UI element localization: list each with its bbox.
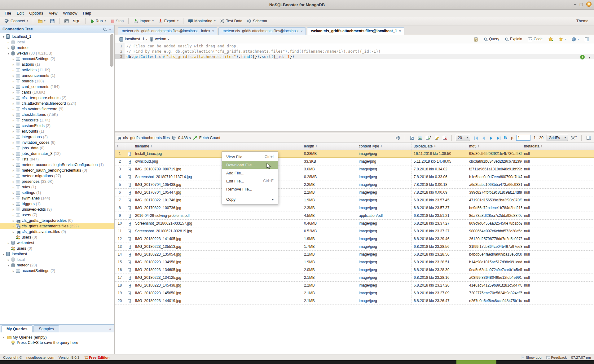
table-row[interactable]: 11 Screenshot_20180621-032819.jpg 0.52MB… <box>115 227 594 235</box>
first-page-button[interactable] <box>474 136 478 140</box>
tree-item[interactable]: ▹ rules (1) <box>0 184 114 190</box>
tree-item[interactable]: ▹ announcements (1) <box>0 73 114 78</box>
schema-button[interactable]: Schema <box>245 18 269 24</box>
preview-doc-icon[interactable] <box>125 235 133 243</box>
query-button[interactable]: Query <box>482 36 501 42</box>
show-log-button[interactable]: Show Log <box>520 355 541 359</box>
preview-doc-icon[interactable] <box>125 289 133 297</box>
preview-doc-icon[interactable] <box>125 165 133 173</box>
expander-icon[interactable]: ▹ <box>11 107 15 111</box>
tree-item[interactable]: ▾ wekan (33 | 0.21GB) <box>0 50 114 56</box>
table-row[interactable]: 4 Screenshot_20180710-113714.jpg 0.28MB … <box>115 173 594 181</box>
expander-icon[interactable]: ▹ <box>11 197 15 200</box>
explain-button[interactable]: Explain <box>503 36 524 42</box>
expander-icon[interactable]: ▹ <box>11 191 15 195</box>
expander-icon[interactable]: ▹ <box>11 180 15 183</box>
context-menu-item[interactable]: View File... Ctrl+I <box>222 153 278 161</box>
tree-item[interactable]: ▹ users (7) <box>0 212 114 218</box>
paste-button[interactable] <box>472 36 480 42</box>
column-header-metadata[interactable]: metadata▲▼ <box>522 143 576 150</box>
image-view-button[interactable] <box>417 135 423 141</box>
table-row[interactable]: 1 Install_Linux.jpg 0.38MB image/jpeg 16… <box>115 150 594 158</box>
tree-item[interactable]: ▹ activities (11.1K) <box>0 67 114 73</box>
globe-button[interactable]: ▾ <box>570 36 581 42</box>
close-tab-icon[interactable]: x <box>399 29 401 33</box>
test-data-button[interactable]: Test Data <box>218 18 244 24</box>
expander-icon[interactable]: ▹ <box>11 174 15 178</box>
menu-item[interactable]: View <box>46 10 60 16</box>
expander-icon[interactable]: ▹ <box>11 269 15 273</box>
close-button[interactable]: ✕ <box>586 2 592 7</box>
connection-selector[interactable]: localhost_1 ▾ <box>119 37 147 42</box>
tree-item[interactable]: ▹ jobs_data (0) <box>0 145 114 151</box>
code-button[interactable]: Code <box>526 36 544 42</box>
refresh-icon[interactable]: ↻ <box>504 135 508 141</box>
search-icon[interactable] <box>103 27 107 31</box>
monitoring-button[interactable]: Monitoring ▾ <box>186 18 217 24</box>
tree-item[interactable]: ▹ triggers (1) <box>0 201 114 207</box>
tree-item[interactable]: ▹ settings (1) <box>0 190 114 195</box>
tree-item[interactable]: ▹ wekantest <box>0 240 114 246</box>
close-tab-icon[interactable]: x <box>212 29 214 33</box>
prev-page-button[interactable] <box>481 136 486 140</box>
next-page-button[interactable] <box>489 136 493 140</box>
preview-doc-icon[interactable] <box>125 258 133 266</box>
table-row[interactable]: 2 owncloud.png 33.3KB image/png 5.11.201… <box>115 158 594 165</box>
table-row[interactable]: 17 IMG_20180223_134125.jpg 2.1MB image/j… <box>115 274 594 282</box>
menu-item[interactable]: File <box>2 10 14 16</box>
tree-item[interactable]: ▹ meteor-migrations (27) <box>0 173 114 179</box>
save-button[interactable] <box>48 18 56 24</box>
database-selector[interactable]: wekan ▾ <box>149 37 169 42</box>
preview-doc-icon[interactable] <box>125 181 133 188</box>
toggle-panel-button[interactable] <box>583 36 591 42</box>
expander-icon[interactable]: ▹ <box>11 102 15 105</box>
expander-icon[interactable]: ▾ <box>7 264 11 267</box>
preview-doc-icon[interactable] <box>125 150 133 157</box>
preview-doc-icon[interactable] <box>125 227 133 235</box>
tree-item[interactable]: ▹ local <box>0 257 114 262</box>
result-schema-button[interactable] <box>395 135 401 141</box>
tree-item[interactable]: ▹ integrations (2) <box>0 134 114 140</box>
feedback-button[interactable]: Feedback <box>546 355 567 359</box>
expander-icon[interactable]: ▾ <box>7 52 11 55</box>
table-row[interactable]: 16 IMG_20180223_134605.jpg 2.0MB image/j… <box>115 266 594 274</box>
table-row[interactable]: 7 IMG_20170822_101746.jpg 1.9MB image/jp… <box>115 196 594 204</box>
context-menu-item[interactable]: Copy ▸ <box>222 195 278 203</box>
table-row[interactable]: 8 IMG_20170822_100736.jpg 2.3MB image/jp… <box>115 204 594 212</box>
tree-item[interactable]: ▹ cards (10.8K) <box>0 90 114 95</box>
tree-item[interactable]: ▹ lists (947) <box>0 156 114 162</box>
expander-icon[interactable]: ▹ <box>11 213 15 217</box>
expander-icon[interactable]: ▹ <box>11 219 15 222</box>
preview-doc-icon[interactable] <box>125 282 133 289</box>
maximize-button[interactable]: ▢ <box>579 2 583 6</box>
tree-item[interactable]: ▹ swimlanes (144) <box>0 195 114 201</box>
table-row[interactable]: 12 IMG_20180223_141405.jpg 1.9MB image/j… <box>115 235 594 243</box>
connect-button[interactable]: Connect ▾ <box>2 18 30 24</box>
tree-item[interactable]: ▹ accountSettings (2) <box>0 56 114 62</box>
tree-item[interactable]: ▹ card_comments (194) <box>0 84 114 90</box>
tree-item[interactable]: ▹ invitation_codes (6) <box>0 140 114 145</box>
expander-icon[interactable]: ▹ <box>11 208 15 211</box>
expander-icon[interactable]: ▹ <box>11 68 15 72</box>
tree-item[interactable]: ▹ unsaved-edits (3) <box>0 207 114 212</box>
taskbar-active-segment[interactable] <box>456 360 496 364</box>
close-tab-icon[interactable]: x <box>301 29 302 33</box>
tab-list-chevron-icon[interactable]: ▾ <box>589 56 590 59</box>
expander-icon[interactable]: ▹ <box>11 163 15 167</box>
sql-button[interactable]: SQL <box>71 18 82 24</box>
open-file-button[interactable]: ▾ <box>36 18 47 24</box>
expander-icon[interactable]: ▹ <box>7 241 11 245</box>
query-editor[interactable]: 1 // Files can be added easily with drag… <box>115 43 594 132</box>
view-mode-select[interactable]: GridFs ▾ <box>547 135 568 141</box>
expander-icon[interactable]: ▹ <box>11 147 15 150</box>
page-size-select[interactable]: 20 ▾ <box>456 135 470 141</box>
collapse-panel-icon[interactable]: « <box>109 27 112 32</box>
import-button[interactable]: Import ▾ <box>131 18 155 24</box>
preview-doc-icon[interactable] <box>125 297 133 305</box>
table-row[interactable]: 13 IMG_20180223_135513.jpg 1.7MB image/j… <box>115 243 594 251</box>
expander-icon[interactable]: ▹ <box>11 96 15 100</box>
tree-item[interactable]: users (0) <box>0 246 114 251</box>
document-tab[interactable]: wekan:cfs_gridfs.attachments.files@local… <box>307 27 404 35</box>
expander-icon[interactable]: ▹ <box>11 124 15 128</box>
table-row[interactable]: 20 IMG_20180223_144019.jpg 2.1MB image/j… <box>115 297 594 305</box>
